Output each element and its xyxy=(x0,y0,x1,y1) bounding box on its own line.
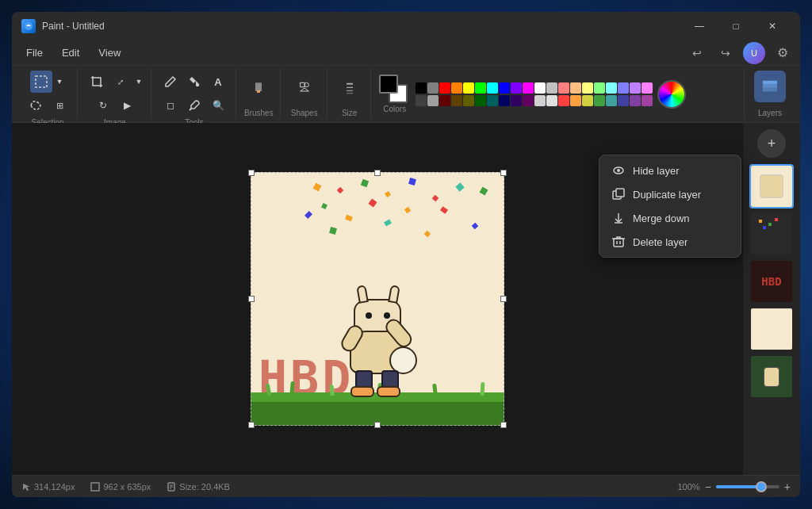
layer-item-4[interactable] xyxy=(749,307,794,351)
layer-item-3[interactable]: HBD xyxy=(749,259,794,304)
eraser-tool[interactable]: ◻ xyxy=(159,94,182,117)
primary-color[interactable] xyxy=(379,75,398,94)
menu-view[interactable]: View xyxy=(90,44,128,62)
layer-item-1[interactable] xyxy=(749,164,794,209)
undo-button[interactable]: ↩ xyxy=(686,42,708,64)
context-menu: Hide layer Duplicate layer xyxy=(599,155,741,258)
color-swatch[interactable] xyxy=(475,82,486,94)
color-swatch[interactable] xyxy=(594,95,605,106)
color-swatch[interactable] xyxy=(499,82,510,94)
color-swatch[interactable] xyxy=(511,95,522,106)
dimensions-icon xyxy=(90,482,100,492)
color-swatch[interactable] xyxy=(523,82,534,94)
zoom-slider-thumb[interactable] xyxy=(756,481,767,492)
color-swatch[interactable] xyxy=(475,95,486,106)
color-swatch[interactable] xyxy=(558,95,569,106)
color-preview[interactable] xyxy=(379,75,408,103)
select-dropdown[interactable]: ▼ xyxy=(54,71,65,93)
close-button[interactable]: ✕ xyxy=(754,12,791,40)
color-swatch[interactable] xyxy=(570,82,581,94)
menubar: File Edit View ↩ ↪ U ⚙ xyxy=(12,40,800,66)
color-swatch[interactable] xyxy=(534,82,546,94)
color-swatch[interactable] xyxy=(630,82,641,94)
select-all-tool[interactable]: ⊞ xyxy=(48,94,71,117)
ctx-hide-layer[interactable]: Hide layer xyxy=(599,159,741,182)
color-swatch[interactable] xyxy=(439,82,450,94)
color-swatch[interactable] xyxy=(570,95,581,106)
color-swatch[interactable] xyxy=(499,95,510,106)
crop-tool[interactable] xyxy=(86,71,108,93)
menu-edit[interactable]: Edit xyxy=(54,44,87,62)
color-swatch[interactable] xyxy=(606,82,617,94)
fill-tool[interactable] xyxy=(183,71,205,93)
color-swatch[interactable] xyxy=(546,82,557,94)
svg-point-6 xyxy=(304,82,308,86)
ctx-delete-layer[interactable]: Delete layer xyxy=(599,230,741,254)
color-swatch[interactable] xyxy=(451,82,462,94)
canvas[interactable]: HBD xyxy=(251,172,504,426)
color-swatch[interactable] xyxy=(546,95,557,106)
colors-palette-row2 xyxy=(416,95,653,106)
colors-group-label: Colors xyxy=(383,105,406,113)
color-swatch[interactable] xyxy=(463,82,474,94)
color-swatch[interactable] xyxy=(439,95,450,106)
color-swatch[interactable] xyxy=(427,95,439,106)
zoom-slider-fill xyxy=(716,485,757,488)
toolbar-group-size: Size xyxy=(329,69,371,119)
rect-select-tool[interactable] xyxy=(30,71,52,93)
color-swatch[interactable] xyxy=(618,95,629,106)
color-swatch[interactable] xyxy=(463,95,474,106)
svg-rect-13 xyxy=(763,81,777,85)
redo-button[interactable]: ↪ xyxy=(714,42,737,64)
ctx-merge-down[interactable]: Merge down xyxy=(599,206,741,230)
color-picker-tool[interactable] xyxy=(183,94,205,117)
zoom-out-button[interactable]: − xyxy=(705,480,711,493)
color-swatch[interactable] xyxy=(416,82,427,94)
resize-tool[interactable]: ⤢ xyxy=(109,71,132,93)
zoom-slider-track[interactable] xyxy=(716,485,779,488)
color-swatch[interactable] xyxy=(582,82,593,94)
text-tool[interactable]: A xyxy=(207,71,229,93)
minimize-button[interactable]: — xyxy=(681,12,718,40)
toolbar-group-shapes: Shapes xyxy=(282,69,327,119)
color-swatch[interactable] xyxy=(594,82,605,94)
rotate-tool[interactable]: ↻ xyxy=(92,94,114,117)
zoom-tool[interactable]: 🔍 xyxy=(207,94,229,117)
color-swatch[interactable] xyxy=(427,82,439,94)
color-swatch[interactable] xyxy=(487,95,498,106)
settings-button[interactable]: ⚙ xyxy=(772,42,794,64)
image-dropdown[interactable]: ▼ xyxy=(133,71,144,93)
color-swatch[interactable] xyxy=(534,95,546,106)
color-swatch[interactable] xyxy=(451,95,462,106)
layers-button[interactable] xyxy=(754,71,786,102)
shapes-tool[interactable] xyxy=(289,71,320,105)
select-color-tool[interactable]: ▶ xyxy=(116,94,138,117)
color-swatch[interactable] xyxy=(511,82,522,94)
maximize-button[interactable]: □ xyxy=(718,12,754,40)
pencil-tool[interactable] xyxy=(159,71,182,93)
color-swatch[interactable] xyxy=(618,82,629,94)
color-swatch[interactable] xyxy=(606,95,617,106)
add-layer-button[interactable]: + xyxy=(757,129,786,158)
freeform-select-tool[interactable] xyxy=(25,94,47,117)
size-tool[interactable] xyxy=(335,71,364,105)
color-swatch[interactable] xyxy=(642,95,653,106)
color-swatch[interactable] xyxy=(487,82,498,94)
color-swatch[interactable] xyxy=(582,95,593,106)
color-wheel[interactable] xyxy=(657,80,686,109)
color-swatch[interactable] xyxy=(642,82,653,94)
color-swatch[interactable] xyxy=(630,95,641,106)
ctx-duplicate-layer[interactable]: Duplicate layer xyxy=(599,182,741,206)
toolbar-group-colors: Colors xyxy=(373,69,745,119)
zoom-in-button[interactable]: + xyxy=(784,480,791,493)
menu-file[interactable]: File xyxy=(18,44,51,62)
brush-tool[interactable] xyxy=(244,71,273,105)
canvas-wrapper: HBD xyxy=(251,172,504,426)
layer-item-2[interactable] xyxy=(749,212,794,256)
art-scene: HBD xyxy=(251,172,504,426)
layer-item-5[interactable] xyxy=(749,354,794,399)
ctx-delete-label: Delete layer xyxy=(633,236,688,248)
color-swatch[interactable] xyxy=(558,82,569,94)
color-swatch[interactable] xyxy=(416,95,427,106)
color-swatch[interactable] xyxy=(523,95,534,106)
